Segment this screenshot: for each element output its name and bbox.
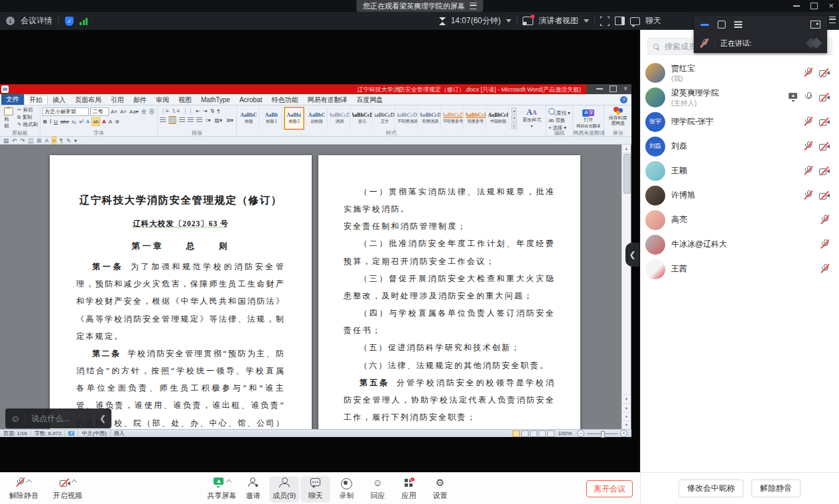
edit-tool-icon[interactable]: ✎ — [66, 137, 71, 144]
undo-icon[interactable]: ↶ — [12, 137, 17, 144]
underline-icon[interactable]: U — [53, 118, 58, 125]
style-heading1[interactable]: AaBb标题 1 — [261, 107, 282, 130]
share-options-icon[interactable] — [226, 479, 231, 485]
tab-home[interactable]: 开始 — [24, 95, 48, 105]
styles-scrollbar[interactable]: ▲▼≡ — [511, 107, 517, 130]
redo-icon[interactable]: ↷ — [20, 137, 25, 144]
tab-youdao[interactable]: 网易有道翻译 — [302, 95, 352, 105]
mic-off-icon[interactable] — [821, 215, 830, 225]
mic-off-icon[interactable] — [805, 190, 813, 200]
rename-button[interactable]: 修改会中昵称 — [678, 479, 743, 497]
view-mode-selector[interactable]: 演讲者视图 — [539, 15, 578, 27]
numbering-icon[interactable]: ⒈≡ — [171, 107, 181, 115]
draft-view-icon[interactable] — [547, 430, 554, 437]
panel-minimize-icon[interactable] — [700, 24, 709, 26]
apps-button[interactable]: 应用 — [394, 477, 424, 503]
tab-view[interactable]: 视图 — [174, 95, 196, 105]
superscript-icon[interactable]: x² — [78, 118, 84, 125]
style-book-title[interactable]: AaBbCcI书籍标题 — [488, 107, 509, 130]
sidebar-unmute-button[interactable]: 解除静音 — [751, 479, 801, 497]
replace-button[interactable]: ab 替换 — [549, 117, 570, 124]
style-normal[interactable]: AaBbCcDd正文 — [375, 107, 395, 130]
fullscreen-icon[interactable] — [600, 17, 610, 26]
find-button[interactable]: 查找 ▾ — [549, 108, 570, 117]
zoom-slider[interactable] — [587, 433, 617, 434]
pilcrow-icon[interactable]: ¶ — [216, 107, 220, 115]
tab-references[interactable]: 引用 — [106, 95, 129, 105]
reactions-button[interactable]: ☺ 回应 — [363, 477, 393, 503]
style-strong[interactable]: AaBbCcD要点 — [352, 107, 373, 130]
text-effects-icon[interactable]: A — [86, 118, 90, 125]
word-minimize-icon[interactable] — [596, 88, 603, 90]
member-row[interactable]: 许博旭 — [641, 183, 839, 208]
collapse-chatbar-icon[interactable]: ❮ — [99, 414, 106, 423]
font-tool-icon[interactable]: A — [44, 137, 48, 144]
invite-button[interactable]: 邀请 — [238, 477, 268, 503]
tab-mathtype[interactable]: MathType — [196, 95, 235, 105]
tab-review[interactable]: 审阅 — [151, 95, 174, 105]
camera-off-icon[interactable] — [819, 192, 830, 200]
security-shield-icon[interactable]: ✓ — [65, 17, 74, 26]
highlight-tool-icon[interactable]: ≡ — [52, 137, 56, 145]
char-shading-icon[interactable]: A — [108, 118, 113, 125]
font-size-select[interactable]: 二号 — [90, 107, 109, 116]
zoom-out-icon[interactable]: − — [577, 430, 584, 437]
member-row[interactable]: 王茜 — [641, 257, 839, 281]
style-intense-reference[interactable]: AaBbCcI明显参考 — [466, 107, 486, 130]
phonetic-guide-icon[interactable]: 变 — [141, 108, 147, 115]
bullets-icon[interactable]: ⋮≡ — [160, 107, 170, 115]
italic-icon[interactable]: I — [49, 118, 52, 125]
chat-quick-input[interactable]: ☺ 说点什么... ❮ — [5, 409, 111, 428]
tab-acrobat[interactable]: Acrobat — [235, 95, 267, 105]
leave-meeting-button[interactable]: 离开会议 — [586, 480, 633, 497]
member-row[interactable]: 刘磊 刘磊 — [641, 134, 839, 158]
print-preview-icon[interactable]: ◫ — [28, 137, 33, 144]
document-page-left[interactable]: 辽宁科技大学消防安全管理规定（修订） 辽科大校发〔2023〕63 号 第一章 总… — [50, 155, 312, 429]
style-emphasis[interactable]: AaBbCcD强调 — [330, 107, 350, 130]
tab-file[interactable]: 文件 — [1, 94, 24, 105]
print-layout-view-icon[interactable] — [513, 430, 520, 437]
align-left-icon[interactable] — [160, 117, 166, 123]
mic-off-icon[interactable] — [821, 264, 830, 274]
document-page-right[interactable]: （一）贯彻落实消防法律、法规和规章，批准实施学校消防。 安全责任制和消防管理制度… — [318, 155, 580, 429]
language-indicator[interactable]: 中文(中国) — [82, 430, 106, 437]
web-layout-view-icon[interactable] — [530, 430, 537, 437]
distribute-icon[interactable] — [196, 117, 202, 123]
start-video-button[interactable]: 开启视频 — [50, 477, 85, 501]
grow-font-icon[interactable]: A˄ — [110, 108, 118, 115]
justify-icon[interactable] — [188, 117, 194, 123]
member-row[interactable]: 牛冰冰@辽科大 — [641, 232, 839, 257]
record-button[interactable]: 录制 — [332, 477, 361, 503]
network-signal-icon[interactable] — [80, 17, 88, 25]
align-center-icon[interactable] — [168, 116, 177, 124]
strikethrough-icon[interactable]: abc — [60, 118, 70, 125]
save-icon[interactable]: ▤ — [3, 137, 9, 144]
camera-off-icon[interactable] — [819, 94, 830, 102]
meeting-details-link[interactable]: 会议详情 — [21, 15, 52, 27]
help-icon[interactable]: ? — [620, 96, 627, 103]
bold-icon[interactable]: B — [42, 118, 48, 125]
screen-share-icon[interactable] — [789, 93, 799, 101]
mic-off-icon[interactable] — [805, 141, 813, 151]
change-styles-button[interactable]: AA 更改样式▾ — [519, 107, 544, 130]
emoji-icon[interactable]: ☺ — [11, 414, 20, 423]
style-subtle-emphasis[interactable]: AaBbCcDd不明显强调 — [397, 107, 418, 130]
scrollbar-thumb[interactable] — [623, 154, 631, 194]
shading-icon[interactable]: ▨▾ — [214, 117, 224, 124]
style-heading2[interactable]: AaBb(标题 2 — [284, 107, 304, 130]
style-subtitle[interactable]: AaBbC副标题 — [306, 107, 327, 130]
unmute-button[interactable]: 解除静音 — [7, 477, 41, 501]
chat-header-label[interactable]: 聊天 — [645, 15, 661, 27]
zoom-in-icon[interactable]: + — [620, 430, 627, 437]
settings-button[interactable]: ⚙ 设置 — [425, 477, 455, 503]
side-panel-icon[interactable] — [615, 17, 625, 25]
zoom-slider-thumb[interactable] — [601, 431, 605, 438]
browse-object-icon[interactable]: ● — [622, 412, 631, 420]
qat-dropdown-icon[interactable]: ▾ — [74, 137, 77, 144]
shrink-font-icon[interactable]: A˅ — [119, 108, 127, 115]
subscript-icon[interactable]: x₂ — [71, 118, 77, 125]
meeting-timer[interactable]: 14:07(60分钟) — [451, 15, 501, 27]
insert-mode[interactable]: 插入 — [114, 430, 125, 437]
member-row[interactable]: 高亮 — [641, 208, 839, 232]
chat-button[interactable]: 聊天 — [300, 476, 330, 503]
